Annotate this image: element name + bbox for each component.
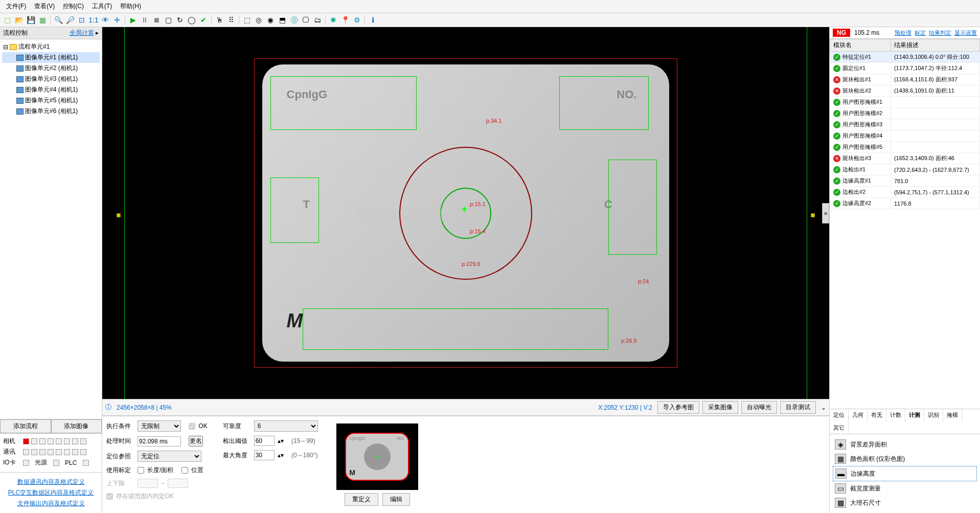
tool1-icon[interactable]: ⬚ bbox=[242, 15, 252, 25]
result-row[interactable]: ✕斑块检出#1(1168.4,1151.8) 面积:937 bbox=[830, 74, 980, 85]
tool5-icon[interactable]: 💿 bbox=[289, 15, 299, 25]
result-row[interactable]: ✓边缘高度#21176.8 bbox=[830, 198, 980, 209]
result-row[interactable]: ✓边缘高度#1781.0 bbox=[830, 175, 980, 187]
tool7-icon[interactable]: 🗂 bbox=[312, 15, 323, 25]
result-link[interactable]: 显示设置 bbox=[954, 29, 977, 37]
spinner-icon[interactable]: ▴▾ bbox=[278, 452, 284, 459]
tool-tab[interactable]: 识别 bbox=[924, 409, 943, 422]
tool-tab[interactable]: 其它 bbox=[830, 422, 849, 434]
aperture-icon[interactable]: ✺ bbox=[328, 15, 338, 25]
tree-item[interactable]: 图像单元#6 (相机1) bbox=[2, 106, 100, 117]
circle-tool-icon[interactable]: ◯ bbox=[187, 15, 197, 25]
save-icon[interactable]: 💾 bbox=[26, 15, 36, 25]
result-link[interactable]: 标定 bbox=[915, 29, 926, 37]
mouse-icon[interactable]: 🖱 bbox=[214, 15, 224, 25]
config-link[interactable]: PLC交互数据区内容及格式定义 bbox=[3, 488, 99, 497]
add-image-button[interactable]: 添加图像 bbox=[51, 419, 102, 433]
fit-icon[interactable]: ⊡ bbox=[77, 15, 87, 25]
result-row[interactable]: ✓用户图形掩模#1 bbox=[830, 97, 980, 108]
menu-control[interactable]: 控制(C) bbox=[59, 1, 88, 12]
check-icon[interactable]: ✔ bbox=[198, 15, 209, 25]
result-row[interactable]: ✕斑块检出#2(1438.6,1091.0) 面积:11 bbox=[830, 85, 980, 97]
tool-tab[interactable]: 掩模 bbox=[943, 409, 962, 422]
tree-item[interactable]: 图像单元#1 (相机1) bbox=[2, 52, 100, 63]
tool-tab[interactable]: 定位 bbox=[830, 409, 849, 422]
result-row[interactable]: ✓用户图形掩模#2 bbox=[830, 108, 980, 119]
result-link[interactable]: 结果判定 bbox=[929, 29, 951, 37]
refresh-icon[interactable]: ↻ bbox=[175, 15, 185, 25]
rename-button[interactable]: 更名 bbox=[189, 436, 203, 447]
one-to-one-icon[interactable]: 1:1 bbox=[88, 15, 99, 25]
menu-file[interactable]: 文件(F) bbox=[2, 1, 30, 12]
reliability-select[interactable]: 6 bbox=[254, 420, 318, 432]
tool-item[interactable]: ▩大理石尺寸 bbox=[833, 496, 977, 510]
pin-icon[interactable]: 📍 bbox=[340, 15, 350, 25]
edit-button[interactable]: 编辑 bbox=[382, 493, 410, 506]
result-row[interactable]: ✕斑块检出#3(1652.3,1409.0) 面积:46 bbox=[830, 153, 980, 164]
new-icon[interactable]: ▢ bbox=[2, 15, 12, 25]
info-icon[interactable]: ℹ bbox=[368, 15, 378, 25]
gear-icon[interactable]: ⚙ bbox=[352, 15, 362, 25]
pos-ref-select[interactable]: 无定位 bbox=[138, 451, 201, 462]
tree-item[interactable]: 图像单元#4 (相机1) bbox=[2, 84, 100, 95]
action-button[interactable]: 导入参考图 bbox=[657, 401, 699, 414]
menu-help[interactable]: 帮助(H) bbox=[116, 1, 145, 12]
tree-root[interactable]: ⊟ 流程单元#1 bbox=[2, 41, 100, 52]
image-icon bbox=[16, 108, 24, 115]
image-viewer[interactable]: CpnIgG NO. T C + p:34.1 p:15.1 p:15.4 bbox=[102, 27, 829, 399]
pause-icon[interactable]: ⏸ bbox=[140, 15, 150, 25]
config-link[interactable]: 文件输出内容及格式定义 bbox=[3, 499, 99, 508]
action-button[interactable]: 采集图像 bbox=[702, 401, 738, 414]
tool-tab[interactable]: 有无 bbox=[868, 409, 886, 422]
result-row[interactable]: ✓用户图形掩模#4 bbox=[830, 130, 980, 142]
threshold-field[interactable] bbox=[254, 436, 275, 446]
dots-icon[interactable]: ⠿ bbox=[226, 15, 236, 25]
result-link[interactable]: 预处理 bbox=[895, 29, 911, 37]
menu-view[interactable]: 查看(V) bbox=[30, 1, 59, 12]
tool-tab[interactable]: 计测 bbox=[905, 409, 924, 422]
zoom-in-icon[interactable]: 🔍 bbox=[53, 15, 63, 25]
zoom-out-icon[interactable]: 🔎 bbox=[65, 15, 75, 25]
tool6-icon[interactable]: 🖵 bbox=[301, 15, 311, 25]
menu-tools[interactable]: 工具(T) bbox=[88, 1, 116, 12]
tree-item[interactable]: 图像单元#5 (相机1) bbox=[2, 95, 100, 106]
position-checkbox[interactable] bbox=[181, 467, 188, 474]
grid-icon[interactable]: ▦ bbox=[37, 15, 48, 25]
rect-icon[interactable]: ▢ bbox=[163, 15, 173, 25]
result-row[interactable]: ✓边检出#2(594.2,751.7) - (577.1,1312.4) bbox=[830, 187, 980, 198]
exec-cond-select[interactable]: 无限制 bbox=[138, 420, 181, 432]
tree-item[interactable]: 图像单元#2 (相机1) bbox=[2, 63, 100, 74]
result-row[interactable]: ✓特征定位#1(1140.9,1006.4) 0.0° 得分:100 bbox=[830, 52, 980, 63]
eye-icon[interactable]: 👁 bbox=[100, 15, 110, 25]
action-button[interactable]: 目录测试 bbox=[780, 401, 816, 414]
action-button[interactable]: 自动曝光 bbox=[741, 401, 777, 414]
result-row[interactable]: ✓边检出#1(720.2,643.2) - (1627.8,672.7) bbox=[830, 164, 980, 175]
tool-item[interactable]: ▭截宽度测量 bbox=[833, 481, 977, 496]
tool-item[interactable]: ▬边缘高度 bbox=[833, 466, 977, 481]
chevron-down-icon[interactable]: ⌄ bbox=[821, 404, 826, 411]
result-row[interactable]: ✓用户图形掩模#5 bbox=[830, 142, 980, 153]
max-angle-field[interactable] bbox=[254, 450, 275, 460]
tool-item[interactable]: ▦颜色面积 (仅彩色图) bbox=[833, 452, 977, 466]
result-row[interactable]: ✓用户图形掩模#3 bbox=[830, 119, 980, 130]
tool3-icon[interactable]: ◉ bbox=[265, 15, 276, 25]
redefine-button[interactable]: 重定义 bbox=[345, 493, 378, 506]
proc-time-field[interactable] bbox=[138, 436, 181, 447]
config-link[interactable]: 数据通讯内容及格式定义 bbox=[3, 478, 99, 486]
spinner-icon[interactable]: ▴▾ bbox=[278, 437, 284, 444]
play-icon[interactable]: ▶ bbox=[128, 15, 138, 25]
tool-item[interactable]: ◈背景差异面积 bbox=[833, 437, 977, 452]
tool4-icon[interactable]: ⬒ bbox=[277, 15, 287, 25]
expand-right-icon[interactable]: » bbox=[822, 203, 829, 224]
open-icon[interactable]: 📂 bbox=[14, 15, 24, 25]
tree-item[interactable]: 图像单元#3 (相机1) bbox=[2, 74, 100, 84]
global-calc-link[interactable]: 全局计算 bbox=[70, 29, 94, 36]
len-area-checkbox[interactable] bbox=[138, 467, 144, 474]
crosshair-icon[interactable]: ✛ bbox=[112, 15, 122, 25]
add-flow-button[interactable]: 添加流程 bbox=[0, 419, 51, 433]
tool2-icon[interactable]: ◎ bbox=[254, 15, 264, 25]
tool-tab[interactable]: 计数 bbox=[886, 409, 905, 422]
result-row[interactable]: ✓圆定位#1(1173.7,1047.2) 半径:112.4 bbox=[830, 63, 980, 74]
stop-icon[interactable]: ⏹ bbox=[151, 15, 162, 25]
tool-tab[interactable]: 几何 bbox=[849, 409, 868, 422]
